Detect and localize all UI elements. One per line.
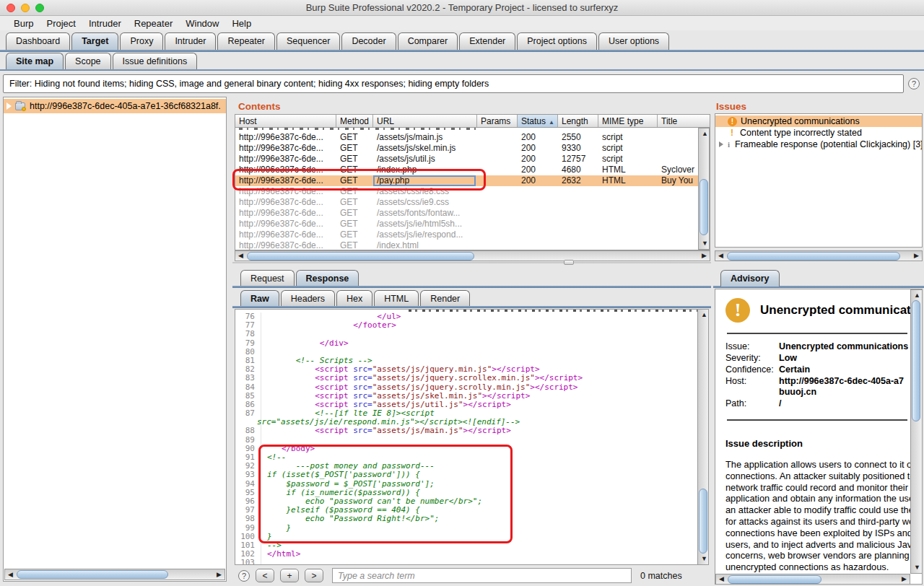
tab-target[interactable]: Target xyxy=(71,32,118,50)
add-search-button[interactable]: + xyxy=(280,569,299,582)
view-tab-hex[interactable]: Hex xyxy=(336,290,372,306)
table-row-assets-css-ie9-css[interactable]: http://996e387c-6de...GET/assets/css/ie9… xyxy=(235,197,710,208)
scroll-left-icon[interactable]: ◀ xyxy=(719,574,724,584)
cell-mime xyxy=(598,197,658,208)
table-row-assets-js-util-js[interactable]: http://996e387c-6de...GET/assets/js/util… xyxy=(235,154,710,165)
menu-repeater[interactable]: Repeater xyxy=(128,18,179,29)
subtab-scope[interactable]: Scope xyxy=(65,53,110,69)
advisory-vertical-scrollbar[interactable]: ▲ ▼ xyxy=(910,289,923,574)
meta-label: Confidence: xyxy=(725,364,779,375)
close-window-icon[interactable] xyxy=(6,4,15,12)
scroll-up-icon[interactable]: ▲ xyxy=(701,310,707,320)
table-row-assets-js-ie-html5sh[interactable]: http://996e387c-6de...GET/assets/js/ie/h… xyxy=(235,219,710,229)
scroll-right-icon[interactable]: ▶ xyxy=(902,574,907,584)
view-tab-html[interactable]: HTML xyxy=(374,290,419,306)
editor-tab-request[interactable]: Request xyxy=(240,270,295,287)
scroll-right-icon[interactable]: ▶ xyxy=(702,251,707,261)
response-raw-view[interactable]: 76 </ul>77 </footer>7879 </div>8081 <!--… xyxy=(235,309,709,565)
column-header-status[interactable]: Status▲ xyxy=(518,115,558,127)
subtab-site-map[interactable]: Site map xyxy=(6,53,64,69)
issue-item-frameable-response-potential-clickjacking-3[interactable]: iFrameable response (potential Clickjack… xyxy=(715,139,922,150)
previous-match-button[interactable]: < xyxy=(256,569,274,582)
contents-vertical-scrollbar[interactable]: ▲ ▼ xyxy=(698,128,710,250)
scroll-thumb[interactable] xyxy=(912,300,920,421)
tab-comparer[interactable]: Comparer xyxy=(398,32,458,50)
table-row-index-html[interactable]: http://996e387c-6de...GET/index.html xyxy=(235,240,710,250)
tab-project-options[interactable]: Project options xyxy=(517,32,597,50)
menu-intruder[interactable]: Intruder xyxy=(82,18,128,29)
subtab-issue-definitions[interactable]: Issue definitions xyxy=(113,53,198,69)
scroll-right-icon[interactable]: ▶ xyxy=(914,251,919,261)
response-vertical-scrollbar[interactable]: ▲ ▼ xyxy=(697,309,709,565)
tab-advisory[interactable]: Advisory xyxy=(720,270,780,287)
view-tab-raw[interactable]: Raw xyxy=(240,290,279,306)
code-line-98: 98 echo "Password Right!</br>"; xyxy=(235,515,708,523)
table-row-assets-js-main-js[interactable]: http://996e387c-6de...GET/assets/js/main… xyxy=(235,132,710,143)
editor-tab-response[interactable]: Response xyxy=(296,270,359,287)
table-row-index-php[interactable]: http://996e387c-6de...GET/index.php20046… xyxy=(235,165,710,175)
table-row-pay-php[interactable]: http://996e387c-6de...GET/pay.php2002632… xyxy=(235,175,710,186)
column-header-method[interactable]: Method xyxy=(336,115,373,127)
issues-horizontal-scrollbar[interactable]: ◀ ▶ xyxy=(715,250,923,261)
menu-burp[interactable]: Burp xyxy=(7,18,40,29)
maximize-window-icon[interactable] xyxy=(35,4,44,12)
search-help-icon[interactable]: ? xyxy=(238,570,250,582)
view-tab-headers[interactable]: Headers xyxy=(281,290,335,306)
view-tab-underline xyxy=(232,306,711,308)
expand-arrow-icon[interactable] xyxy=(6,102,12,110)
scroll-up-icon[interactable]: ▲ xyxy=(914,291,920,300)
scroll-left-icon[interactable]: ◀ xyxy=(8,570,13,580)
scroll-thumb[interactable] xyxy=(728,575,821,584)
filter-help-icon[interactable]: ? xyxy=(908,78,920,89)
scroll-down-icon[interactable]: ▼ xyxy=(914,563,920,572)
contents-horizontal-scrollbar[interactable]: ◀ ▶ xyxy=(235,250,710,261)
column-header-params[interactable]: Params xyxy=(477,115,518,127)
expand-arrow-icon[interactable] xyxy=(719,141,723,147)
scroll-up-icon[interactable]: ▲ xyxy=(702,129,708,139)
tab-proxy[interactable]: Proxy xyxy=(120,32,163,50)
scroll-thumb[interactable] xyxy=(17,570,168,579)
column-header-title[interactable]: Title xyxy=(658,115,710,127)
menu-window[interactable]: Window xyxy=(179,18,225,29)
view-tab-render[interactable]: Render xyxy=(420,290,470,306)
scroll-thumb[interactable] xyxy=(699,489,707,554)
sitemap-horizontal-scrollbar[interactable]: ◀ ▶ xyxy=(4,569,225,580)
column-header-mime-type[interactable]: MIME type xyxy=(598,115,658,127)
cell-url: /assets/js/ie/respond... xyxy=(373,229,477,240)
tab-intruder[interactable]: Intruder xyxy=(165,32,216,50)
splitter-grip[interactable] xyxy=(564,260,574,265)
tab-decoder[interactable]: Decoder xyxy=(341,32,396,50)
column-header-url[interactable]: URL xyxy=(373,115,477,127)
scroll-thumb[interactable] xyxy=(727,252,900,261)
table-row-assets-css-ie8-css[interactable]: http://996e387c-6de...GET/assets/css/ie8… xyxy=(235,186,710,197)
menu-help[interactable]: Help xyxy=(225,18,258,29)
column-header-length[interactable]: Length xyxy=(558,115,598,127)
tab-repeater[interactable]: Repeater xyxy=(217,32,274,50)
scroll-down-icon[interactable]: ▼ xyxy=(701,554,707,564)
scroll-down-icon[interactable]: ▼ xyxy=(702,239,708,248)
scroll-thumb[interactable] xyxy=(699,179,708,235)
tab-dashboard[interactable]: Dashboard xyxy=(6,32,70,50)
column-header-host[interactable]: Host xyxy=(235,115,336,127)
tab-sequencer[interactable]: Sequencer xyxy=(276,32,340,50)
issue-item-unencrypted-communications[interactable]: !Unencrypted communications xyxy=(715,115,922,127)
tab-user-options[interactable]: User options xyxy=(598,32,669,50)
scroll-left-icon[interactable]: ◀ xyxy=(718,251,723,261)
filter-bar[interactable]: Filter: Hiding not found items; hiding C… xyxy=(3,74,904,93)
table-row-assets-js-ie-respond[interactable]: http://996e387c-6de...GET/assets/js/ie/r… xyxy=(235,229,710,240)
advisory-horizontal-scrollbar[interactable]: ◀ ▶ xyxy=(715,574,910,585)
issue-item-content-type-incorrectly-stated[interactable]: !Content type incorrectly stated xyxy=(715,127,922,139)
tab-extender[interactable]: Extender xyxy=(459,32,515,50)
horizontal-splitter[interactable] xyxy=(232,262,711,263)
minimize-window-icon[interactable] xyxy=(21,4,30,12)
search-input[interactable] xyxy=(332,568,632,583)
cell-title xyxy=(658,186,699,197)
next-match-button[interactable]: > xyxy=(305,569,323,582)
scroll-thumb[interactable] xyxy=(247,252,474,261)
sitemap-tree-root[interactable]: http://996e387c-6dec-405a-a7e1-36cf68321… xyxy=(4,99,226,113)
menu-project[interactable]: Project xyxy=(40,18,82,29)
table-row-assets-fonts-fontaw[interactable]: http://996e387c-6de...GET/assets/fonts/f… xyxy=(235,208,710,219)
scroll-right-icon[interactable]: ▶ xyxy=(217,570,222,580)
table-row-assets-js-skel-min-js[interactable]: http://996e387c-6de...GET/assets/js/skel… xyxy=(235,143,710,154)
scroll-left-icon[interactable]: ◀ xyxy=(238,251,243,261)
